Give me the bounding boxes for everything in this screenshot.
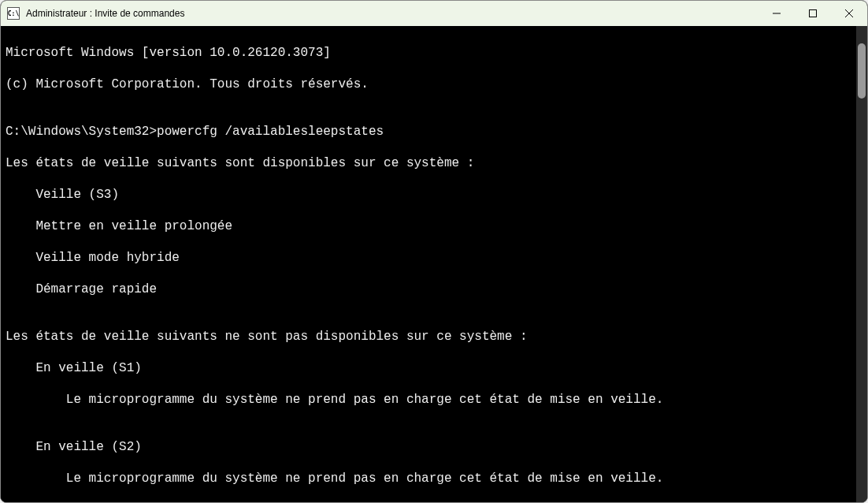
output-line: Les états de veille suivants sont dispon… [6, 155, 862, 171]
cmd-icon: C:\ [7, 7, 20, 20]
close-icon [845, 9, 853, 17]
window-title: Administrateur : Invite de commandes [26, 8, 759, 19]
output-line: Veille mode hybride [6, 250, 862, 266]
scrollbar-thumb[interactable] [858, 43, 866, 99]
minimize-button[interactable] [759, 1, 795, 26]
window-controls [759, 1, 867, 26]
command-prompt-window: C:\ Administrateur : Invite de commandes… [0, 0, 868, 503]
titlebar[interactable]: C:\ Administrateur : Invite de commandes [1, 1, 867, 26]
terminal-output[interactable]: Microsoft Windows [version 10.0.26120.30… [1, 26, 867, 502]
output-line: Veille (S3) [6, 187, 862, 203]
minimize-icon [773, 9, 781, 17]
prompt-line: C:\Windows\System32>powercfg /availables… [6, 124, 862, 140]
output-line: (c) Microsoft Corporation. Tous droits r… [6, 76, 862, 92]
output-line: Le microprogramme du système ne prend pa… [6, 392, 862, 408]
output-line: En veille (S1) [6, 360, 862, 376]
output-line: Mettre en veille prolongée [6, 218, 862, 234]
prompt-path: C:\Windows\System32> [6, 124, 157, 140]
output-line: En veille (S2) [6, 439, 862, 455]
output-line: Démarrage rapide [6, 281, 862, 297]
output-line: Microsoft Windows [version 10.0.26120.30… [6, 45, 862, 61]
scrollbar-track[interactable] [856, 26, 867, 502]
output-line: Le microprogramme du système ne prend pa… [6, 471, 862, 486]
output-line: Les états de veille suivants ne sont pas… [6, 329, 862, 345]
maximize-icon [809, 9, 817, 17]
svg-rect-1 [810, 10, 817, 17]
close-button[interactable] [831, 1, 867, 26]
maximize-button[interactable] [795, 1, 831, 26]
command-text: powercfg /availablesleepstates [157, 124, 384, 140]
